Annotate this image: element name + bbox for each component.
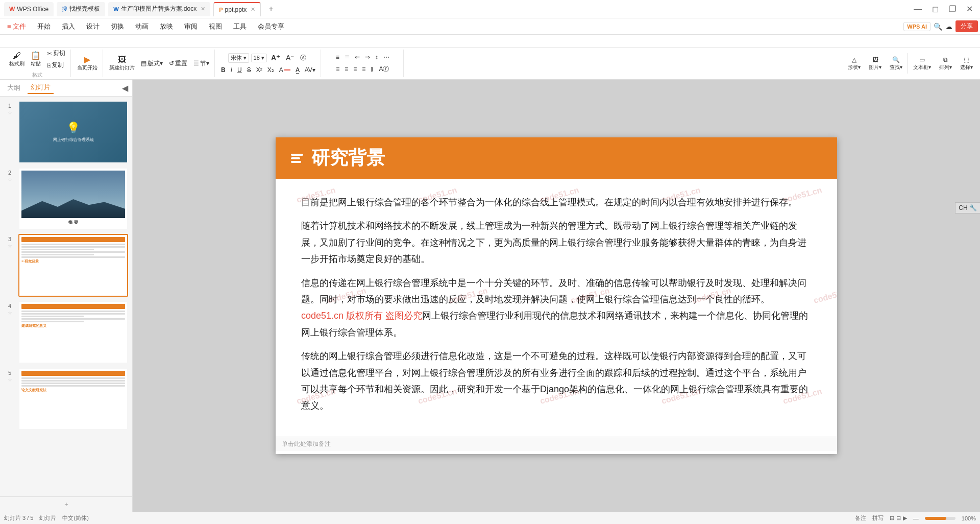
menu-design[interactable]: 设计: [81, 20, 105, 33]
copy-button[interactable]: ⎘复制: [45, 60, 67, 70]
normal-view-button[interactable]: ⊞: [890, 515, 894, 521]
tab-template[interactable]: 搜 找模壳模板: [57, 2, 105, 16]
slideshow-button[interactable]: ▶: [903, 515, 907, 521]
slide-item-3[interactable]: 3 ☆: [4, 234, 128, 297]
menu-transition[interactable]: 切换: [106, 20, 129, 33]
menu-animation[interactable]: 动画: [130, 20, 154, 33]
char-spacing-button[interactable]: AV▾: [303, 65, 317, 75]
collapse-panel-button[interactable]: ◀: [122, 83, 128, 93]
slide-notes[interactable]: 单击此处添加备注: [276, 437, 837, 451]
bullet-list-button[interactable]: ≡: [334, 53, 341, 62]
slide3-line-5: [21, 254, 94, 255]
play-button[interactable]: ▶ 当页开始: [75, 55, 100, 73]
ch-badge[interactable]: CH 🔧: [955, 202, 980, 213]
font-decrease-button[interactable]: A⁻: [284, 53, 296, 63]
tab-docx[interactable]: W 生产印模图片替换方案.docx ✕: [108, 2, 210, 16]
slide-number-4: 4: [8, 303, 11, 309]
increase-indent-button[interactable]: ⇒: [363, 53, 372, 62]
slide-body[interactable]: 目前是把网上银行综合管理的各个环节整合为一体化的综合线上管理模式。在规定的时间内…: [276, 179, 837, 437]
share-button[interactable]: 分享: [955, 20, 978, 32]
add-slide-button[interactable]: ＋: [0, 496, 132, 512]
search-menu-icon[interactable]: 🔍: [934, 22, 942, 31]
slide-sorter-button[interactable]: ⊟: [896, 515, 901, 521]
slide-thumb-1[interactable]: 💡 网上银行综合管理系统: [18, 101, 128, 163]
font-size-select[interactable]: 18 ▾: [251, 54, 267, 62]
section-button[interactable]: ☰节▾: [191, 58, 211, 69]
slide-thumb-3[interactable]: ≡ 研究背景: [18, 234, 128, 297]
tab-pptx[interactable]: P ppt.pptx ✕: [213, 2, 261, 16]
slide-item-4[interactable]: 4 ☆: [4, 301, 128, 364]
format-painter-button[interactable]: 🖌 格式刷: [7, 51, 27, 68]
zoom-fill: [925, 517, 946, 520]
shape-button[interactable]: △ 形状▾: [845, 55, 864, 72]
minimize-button[interactable]: —: [911, 4, 925, 15]
menu-home[interactable]: 开始: [32, 20, 56, 33]
numbered-list-button[interactable]: ≣: [342, 53, 352, 62]
slide-item-2[interactable]: 2 ☆ 摘 要: [4, 168, 128, 230]
text-direction-button[interactable]: Aⓡ: [377, 64, 391, 75]
subscript-button[interactable]: X₂: [265, 65, 276, 75]
paste-icon: 📋: [31, 52, 41, 60]
underline-button[interactable]: U: [235, 65, 244, 75]
restore-button[interactable]: ❐: [946, 3, 959, 15]
arrange-button[interactable]: ⧉ 排列▾: [936, 55, 955, 72]
spelling-button[interactable]: 拼写: [872, 514, 884, 522]
menu-file[interactable]: ≡ 文件: [2, 20, 31, 33]
notes-button[interactable]: 备注: [855, 514, 866, 522]
cut-button[interactable]: ✂剪切: [45, 48, 67, 59]
tab-pptx-label: ppt.pptx: [225, 6, 247, 13]
new-tab-button[interactable]: ＋: [264, 3, 278, 15]
close-button[interactable]: ✕: [963, 3, 976, 15]
font-color-button[interactable]: A: [277, 65, 292, 75]
slide-number-5: 5: [8, 370, 11, 376]
slide-canvas-area[interactable]: code51.cn code51.cn code51.cn code51.cn …: [133, 80, 980, 512]
italic-button[interactable]: I: [229, 65, 234, 75]
outline-tab[interactable]: 大纲: [4, 82, 23, 93]
slide-thumb-2[interactable]: 摘 要: [18, 168, 128, 230]
decrease-indent-button[interactable]: ⇐: [353, 53, 362, 62]
menu-slideshow[interactable]: 放映: [155, 20, 178, 33]
font-select[interactable]: 宋体 ▾: [228, 53, 249, 63]
superscript-button[interactable]: X²: [254, 65, 264, 75]
column-button[interactable]: ⫿: [369, 64, 376, 74]
slides-tab[interactable]: 幻灯片: [28, 82, 54, 94]
new-slide-button[interactable]: 🖼 新建幻灯片: [107, 55, 137, 73]
font-increase-button[interactable]: A⁺: [269, 53, 282, 63]
docx-close-icon[interactable]: ✕: [201, 6, 205, 12]
slide-thumb-4[interactable]: 建成研究的意义: [18, 301, 128, 364]
menu-tools[interactable]: 工具: [228, 20, 252, 33]
paragraph-spacing-button[interactable]: ↕: [373, 53, 380, 62]
slide-panel: 大纲 幻灯片 ◀ 1 ☆ 💡 网上银行综合管理系统: [0, 80, 133, 512]
slide-thumb-5[interactable]: 论文文献研究法: [18, 368, 128, 431]
slide4-line-4: [21, 318, 125, 320]
cloud-icon[interactable]: ☁: [945, 22, 952, 31]
justify-button[interactable]: ≡: [360, 64, 368, 74]
bold-button[interactable]: B: [219, 65, 228, 75]
ribbon-content: 🖌 格式刷 📋 粘贴 ✂剪切 ⎘复制 格式: [0, 47, 980, 79]
zoom-slider[interactable]: [925, 517, 955, 520]
align-left-button[interactable]: ≡: [334, 64, 341, 74]
strikethrough-button[interactable]: S: [245, 65, 253, 75]
find-button[interactable]: 🔍 查找▾: [887, 55, 905, 72]
select-button[interactable]: ⬚ 选择▾: [957, 55, 976, 72]
more-paragraph-button[interactable]: ⋯: [381, 53, 391, 62]
textbox-button[interactable]: ▭ 文本框▾: [910, 55, 934, 72]
menu-member[interactable]: 会员专享: [253, 20, 289, 33]
align-right-button[interactable]: ≡: [351, 64, 359, 74]
tab-wps-office[interactable]: W WPS Office: [4, 2, 54, 16]
menu-insert[interactable]: 插入: [57, 20, 80, 33]
text-highlight-button[interactable]: A̲: [293, 65, 302, 75]
menu-view[interactable]: 视图: [204, 20, 227, 33]
slide-item-1[interactable]: 1 ☆ 💡 网上银行综合管理系统: [4, 101, 128, 163]
align-center-button[interactable]: ≡: [342, 64, 350, 74]
clear-format-button[interactable]: Ⓐ: [298, 53, 308, 63]
image-button[interactable]: 🖼 图片▾: [866, 55, 885, 72]
slide-item-5[interactable]: 5 ☆ 论文文献研究法: [4, 368, 128, 431]
menu-review[interactable]: 审阅: [179, 20, 203, 33]
wps-ai-button[interactable]: WPS AI: [903, 22, 930, 31]
pptx-close-icon[interactable]: ✕: [251, 6, 255, 13]
maximize-button[interactable]: ◻: [929, 3, 942, 15]
layout-button[interactable]: ▤版式▾: [139, 58, 165, 69]
paste-button[interactable]: 📋 粘贴: [29, 51, 43, 68]
reset-button[interactable]: ↺重置: [167, 58, 189, 69]
